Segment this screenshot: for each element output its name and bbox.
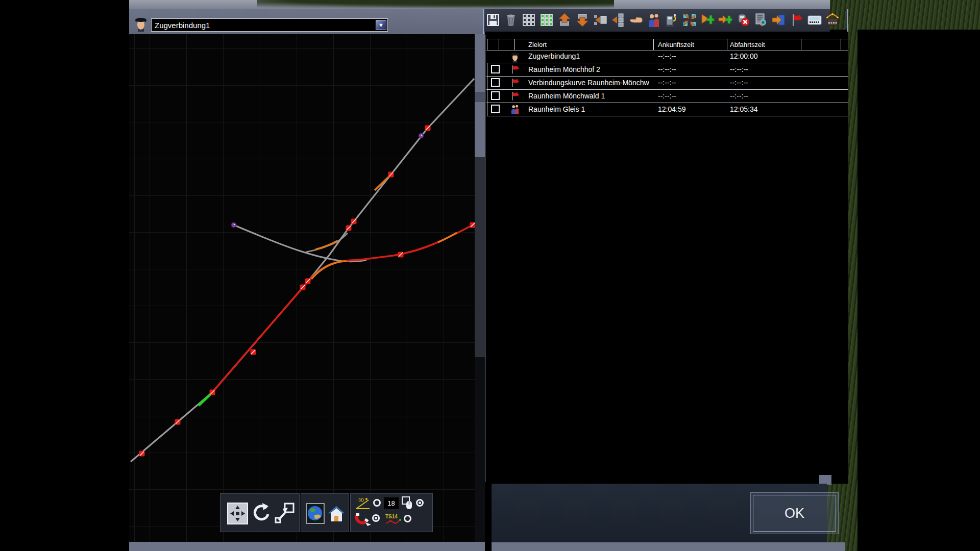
move-up-icon[interactable] [557, 13, 572, 27]
row-ankunftszeit: 12:04:59 [658, 105, 686, 113]
route-settings-icon[interactable] [754, 13, 768, 27]
column-zielort[interactable]: Zielort [528, 41, 547, 48]
row-ankunftszeit: --:--:-- [658, 92, 676, 100]
scrollbar-track[interactable] [475, 157, 485, 357]
zoom-value-field[interactable]: 18 [384, 497, 399, 509]
grid-active-icon[interactable] [540, 13, 554, 27]
conductor-icon [134, 15, 148, 34]
track-marker[interactable] [398, 252, 404, 258]
row-zielort: Raunheim Gleis 1 [528, 105, 653, 113]
pan-tool-button[interactable] [227, 503, 248, 524]
track-marker[interactable] [346, 226, 352, 231]
scene-top-right [830, 0, 980, 30]
row-zielort: Raunheim Mönchwald 1 [528, 92, 653, 100]
magnet-icon[interactable] [354, 512, 372, 529]
track-marker[interactable] [300, 285, 306, 290]
delete-icon[interactable] [504, 13, 518, 27]
move-down-icon[interactable] [575, 13, 590, 27]
row-checkbox[interactable] [491, 78, 500, 87]
row-checkbox[interactable] [491, 105, 500, 113]
flag-icon [510, 64, 521, 75]
row-abfahrtszeit: --:--:-- [730, 92, 748, 100]
nav-panel-move [220, 493, 300, 532]
signal-marker[interactable] [231, 222, 236, 228]
add-waypoint-icon[interactable] [718, 13, 732, 27]
row-abfahrtszeit: 12:05:34 [730, 105, 758, 113]
timetable-window: Zielort Ankunftszeit Abfahrtszeit Zugver… [486, 35, 848, 482]
row-ankunftszeit: --:--:-- [658, 65, 676, 73]
world-view-button[interactable] [306, 503, 325, 524]
track-layout [129, 34, 475, 542]
apply-route-icon[interactable] [772, 13, 786, 27]
table-row[interactable]: Verbindungskurve Raunheim-Mönchw --:--:-… [486, 76, 848, 90]
scene-right-strip [848, 0, 857, 551]
column-abfahrtszeit[interactable]: Abfahrtszeit [730, 41, 765, 48]
ts-mode-radio[interactable] [404, 515, 411, 522]
row-ankunftszeit: --:--:-- [658, 79, 676, 87]
insert-before-icon[interactable] [593, 13, 607, 27]
column-ankunftszeit[interactable]: Ankunftszeit [658, 41, 694, 48]
track-marker[interactable] [305, 279, 311, 284]
mouse-mode-radio[interactable] [416, 499, 424, 507]
nav-panel-views [301, 493, 349, 532]
row-zielort: Verbindungskurve Raunheim-Mönchw [528, 79, 653, 87]
track-marker[interactable] [139, 451, 145, 457]
table-row[interactable]: Raunheim Mönchwald 1 --:--:-- --:--:-- [486, 89, 848, 103]
grid-icon[interactable] [522, 13, 536, 27]
row-abfahrtszeit: 12:00:00 [730, 52, 758, 60]
track-marker[interactable] [210, 390, 215, 395]
magnet-mode-radio[interactable] [372, 514, 380, 522]
track-marker[interactable] [175, 419, 181, 425]
keyboard-icon[interactable] [807, 13, 822, 27]
track-marker[interactable] [425, 126, 431, 131]
home-view-button[interactable] [327, 505, 346, 525]
camera-angle-icon[interactable]: 3D [355, 497, 372, 512]
route-selector[interactable]: Zugverbindung1 ▼ [151, 18, 388, 32]
row-checkbox[interactable] [491, 65, 500, 73]
passengers-icon[interactable] [647, 13, 661, 27]
track-marker[interactable] [388, 172, 394, 178]
depot-icon[interactable] [825, 13, 840, 27]
track-map[interactable] [129, 34, 475, 542]
center-view-icon[interactable] [682, 13, 697, 27]
flag-icon[interactable] [790, 13, 804, 27]
table-row[interactable]: Raunheim Mönchhof 2 --:--:-- --:--:-- [486, 63, 848, 77]
row-abfahrtszeit: --:--:-- [730, 79, 748, 87]
fuel-stop-icon[interactable] [665, 13, 679, 27]
signal-marker-dot [234, 224, 235, 226]
ts-mode-icon[interactable]: TS14 [384, 513, 402, 528]
remove-train-icon[interactable] [736, 13, 750, 27]
pointer-hand-icon[interactable] [629, 13, 643, 27]
flag-icon [510, 90, 521, 102]
table-header: Zielort Ankunftszeit Abfahrtszeit [486, 39, 848, 51]
row-checkbox[interactable] [491, 91, 500, 100]
save-icon[interactable] [486, 13, 500, 27]
table-window-border [485, 35, 486, 482]
ok-button[interactable]: OK [750, 492, 839, 534]
ok-button-label: OK [753, 495, 836, 532]
angle-mode-radio[interactable] [373, 499, 381, 507]
passengers-icon [510, 104, 521, 115]
jump-to-button[interactable] [274, 502, 296, 527]
add-route-start-icon[interactable] [700, 13, 715, 27]
scrollbar-notch [475, 92, 485, 102]
scrollbar-track-lower [475, 357, 485, 542]
mouse-follow-icon[interactable] [401, 496, 414, 512]
signal-marker[interactable] [419, 133, 424, 138]
trees-texture [257, 0, 614, 9]
dialog-bottom-bar [492, 542, 845, 551]
toolbar-right-divider [847, 9, 848, 32]
table-row[interactable]: Zugverbindung1 --:--:-- 12:00:00 [486, 49, 848, 63]
chevron-down-icon[interactable]: ▼ [376, 20, 386, 30]
track-marker[interactable] [351, 219, 357, 224]
route-selector-value: Zugverbindung1 [155, 21, 210, 30]
app-window: Zugverbindung1 ▼ [0, 0, 980, 551]
table-row[interactable]: Raunheim Gleis 1 12:04:59 12:05:34 [486, 103, 848, 116]
rotate-button[interactable] [251, 502, 271, 527]
flag-icon [510, 77, 521, 88]
svg-text:3D: 3D [358, 497, 364, 503]
track-marker[interactable] [251, 349, 256, 355]
scene-top-strip [129, 0, 848, 9]
insert-after-icon[interactable] [611, 13, 625, 27]
row-zielort: Zugverbindung1 [528, 52, 653, 60]
